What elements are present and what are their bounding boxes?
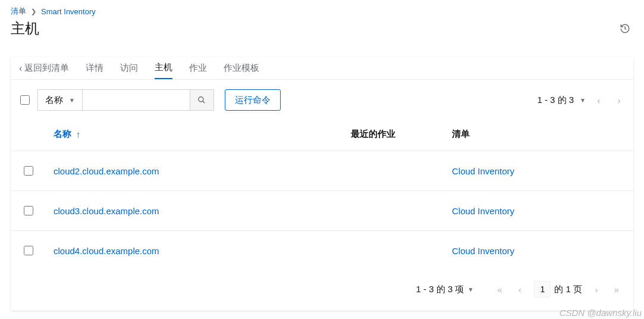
tab-details[interactable]: 详情 (86, 57, 103, 79)
tab-jobs[interactable]: 作业 (189, 57, 207, 79)
toolbar: 名称 ▼ 运行命令 1 - 3 的 3 ▼ ‹ › (11, 80, 633, 120)
row-checkbox[interactable] (24, 206, 33, 215)
pager-next[interactable]: › (590, 284, 602, 295)
host-name-link[interactable]: cloud3.cloud.example.com (54, 206, 351, 216)
table-row: cloud3.cloud.example.com Cloud Inventory (11, 190, 633, 230)
hosts-table: 名称 ↑ 最近的作业 清单 cloud2.cloud.example.com C… (11, 120, 633, 270)
row-checkbox[interactable] (24, 246, 33, 255)
content-card: 返回到清单 详情 访问 主机 作业 作业模板 名称 ▼ 运行命令 1 - 3 的… (11, 57, 633, 311)
pager-prev[interactable]: ‹ (514, 284, 526, 295)
inventory-link[interactable]: Cloud Inventory (452, 246, 626, 256)
breadcrumb: 清单 ❯ Smart Inventory (11, 6, 633, 17)
filter-field-label: 名称 (45, 95, 63, 106)
table-row: cloud4.cloud.example.com Cloud Inventory (11, 230, 633, 270)
tab-job-templates[interactable]: 作业模板 (224, 57, 259, 79)
top-pager-summary: 1 - 3 的 3 (537, 95, 574, 106)
chevron-right-icon: ❯ (31, 8, 36, 15)
page-title: 主机 (11, 19, 39, 38)
filter-group: 名称 ▼ (37, 89, 214, 111)
pager-last[interactable]: » (611, 284, 623, 295)
pager-first[interactable]: « (494, 284, 505, 295)
svg-line-1 (203, 101, 205, 104)
tab-hosts[interactable]: 主机 (155, 57, 172, 79)
caret-down-icon[interactable]: ▼ (467, 286, 473, 293)
page-number-input[interactable] (534, 281, 551, 298)
caret-down-icon: ▼ (69, 97, 75, 104)
breadcrumb-root[interactable]: 清单 (11, 6, 26, 17)
tab-bar: 返回到清单 详情 访问 主机 作业 作业模板 (11, 57, 633, 80)
select-all-checkbox[interactable] (20, 95, 30, 105)
history-icon[interactable] (617, 20, 633, 37)
sort-asc-icon: ↑ (76, 129, 81, 139)
top-pager-next[interactable]: › (612, 95, 626, 105)
inventory-link[interactable]: Cloud Inventory (452, 206, 626, 216)
run-command-button[interactable]: 运行命令 (225, 89, 281, 111)
svg-point-0 (199, 97, 203, 102)
column-recent-jobs: 最近的作业 (351, 129, 452, 140)
tab-back-to-inventory[interactable]: 返回到清单 (19, 57, 69, 79)
top-pager: 1 - 3 的 3 ▼ ‹ › (537, 95, 626, 106)
page-total-label: 的 1 页 (554, 284, 582, 295)
table-row: cloud2.cloud.example.com Cloud Inventory (11, 151, 633, 190)
row-checkbox[interactable] (24, 166, 33, 176)
caret-down-icon[interactable]: ▼ (580, 97, 586, 104)
breadcrumb-current[interactable]: Smart Inventory (41, 7, 96, 16)
column-inventory: 清单 (452, 129, 626, 140)
search-input[interactable] (83, 90, 190, 110)
tab-access[interactable]: 访问 (120, 57, 138, 79)
host-name-link[interactable]: cloud2.cloud.example.com (54, 166, 351, 176)
top-pager-prev[interactable]: ‹ (592, 95, 606, 105)
column-name-sort[interactable]: 名称 ↑ (54, 129, 351, 140)
table-header: 名称 ↑ 最近的作业 清单 (11, 120, 633, 151)
host-name-link[interactable]: cloud4.cloud.example.com (54, 246, 351, 256)
search-icon[interactable] (190, 90, 213, 110)
inventory-link[interactable]: Cloud Inventory (452, 166, 626, 176)
filter-field-select[interactable]: 名称 ▼ (38, 90, 83, 110)
bottom-pager: 1 - 3 的 3 项 ▼ « ‹ 的 1 页 › » (11, 270, 633, 311)
bottom-pager-summary: 1 - 3 的 3 项 (416, 284, 464, 295)
